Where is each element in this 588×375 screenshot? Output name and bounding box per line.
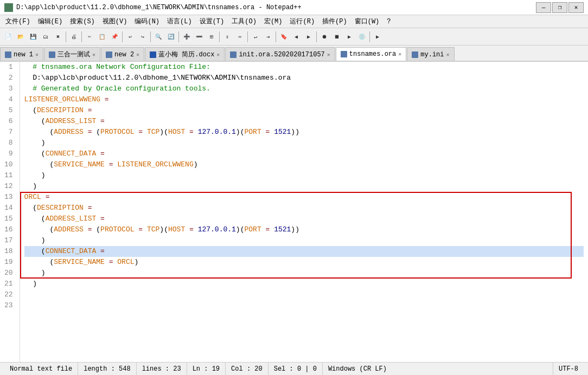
indent-button[interactable]: ⇥ <box>262 31 274 43</box>
menu-encoding[interactable]: 编码(N) <box>131 16 163 27</box>
menu-help[interactable]: ? <box>384 17 394 27</box>
status-lines-text: lines : 23 <box>142 365 181 373</box>
tab-myini[interactable]: my.ini ✕ <box>407 47 454 61</box>
code-area[interactable]: # tnsnames.ora Network Configuration Fil… <box>20 62 588 362</box>
bookmark-button[interactable]: 🔖 <box>278 31 290 43</box>
menu-file[interactable]: 文件(F) <box>2 16 34 27</box>
tab-tnsnames[interactable]: tnsnames.ora ✕ <box>336 47 406 61</box>
editor-container: 1234567891011121314151617181920212223 # … <box>0 62 588 362</box>
tab-icon-new1 <box>5 51 11 58</box>
code-line: (CONNECT_DATA = <box>24 148 584 159</box>
tab-close-init[interactable]: ✕ <box>327 51 330 58</box>
find-replace-button[interactable]: 🔄 <box>165 31 177 43</box>
window-controls: — ❐ ✕ <box>536 2 584 13</box>
find-button[interactable]: 🔍 <box>152 31 164 43</box>
close-button[interactable]: ✕ <box>568 2 584 13</box>
tab-triple[interactable]: 三合一测试 ✕ <box>44 47 100 61</box>
toolbar: 📄 📂 💾 🗂 ✖ 🖨 ✂ 📋 📌 ↩ ↪ 🔍 🔄 ➕ ➖ ⊞ ⇕ ⇔ ↵ ⇥ … <box>0 28 588 46</box>
tab-label-new1: new 1 <box>14 51 33 59</box>
tab-icon-init <box>230 51 237 58</box>
status-col-text: Col : 20 <box>231 365 263 373</box>
macro-stop-button[interactable]: ⏹ <box>331 31 343 43</box>
code-line: (ADDRESS_LIST = <box>24 214 584 224</box>
sync-scroll-v[interactable]: ⇕ <box>221 31 233 43</box>
open-button[interactable]: 📂 <box>15 31 27 43</box>
restore-button[interactable]: ❐ <box>552 2 567 13</box>
menu-plugins[interactable]: 插件(P) <box>319 16 350 27</box>
status-charset-text: UTF-8 <box>559 365 578 373</box>
tab-label-myini: my.ini <box>420 51 444 59</box>
macro-save-button[interactable]: 💿 <box>356 31 368 43</box>
menu-macro[interactable]: 宏(M) <box>261 16 286 27</box>
code-line: ) <box>24 138 584 148</box>
minimize-button[interactable]: — <box>536 2 551 13</box>
run-button[interactable]: ▶ <box>372 31 384 43</box>
save-all-button[interactable]: 🗂 <box>40 31 52 43</box>
tab-close-myini[interactable]: ✕ <box>446 51 450 58</box>
status-charset: UTF-8 <box>553 363 584 375</box>
tab-new2[interactable]: new 2 ✕ <box>101 47 144 61</box>
menu-settings[interactable]: 设置(T) <box>196 16 228 27</box>
zoom-reset-button[interactable]: ⊞ <box>206 31 218 43</box>
status-bar: Normal text file length : 548 lines : 23… <box>0 362 588 375</box>
tab-close-new2[interactable]: ✕ <box>136 51 139 58</box>
wrap-button[interactable]: ↵ <box>250 31 261 43</box>
code-line: (SERVICE_NAME = LISTENER_ORCLWWENG) <box>24 159 584 170</box>
copy-button[interactable]: 📋 <box>96 31 108 43</box>
zoom-in-button[interactable]: ➕ <box>181 31 193 43</box>
code-line: ORCL = <box>24 192 584 203</box>
toolbar-sep-5 <box>178 31 179 42</box>
redo-button[interactable]: ↪ <box>137 31 149 43</box>
macro-rec-button[interactable]: ⏺ <box>318 31 330 43</box>
next-bookmark[interactable]: ▶ <box>303 31 315 43</box>
print-button[interactable]: 🖨 <box>68 31 80 43</box>
close-button-tb[interactable]: ✖ <box>52 31 64 43</box>
menu-run[interactable]: 运行(R) <box>286 16 318 27</box>
menu-edit[interactable]: 编辑(E) <box>35 16 66 27</box>
toolbar-sep-1 <box>66 31 66 42</box>
status-encoding-text: Windows (CR LF) <box>328 365 387 373</box>
macro-play-button[interactable]: ▶ <box>343 31 355 43</box>
status-col: Col : 20 <box>226 363 269 375</box>
tab-close-tnsnames[interactable]: ✕ <box>398 51 401 57</box>
title-bar-left: D:\app\lcb\product\11.2.0\dbhome_1\NETWO… <box>4 3 302 12</box>
menu-window[interactable]: 窗口(W) <box>351 16 383 27</box>
tab-close-triple[interactable]: ✕ <box>92 51 95 58</box>
tab-new1[interactable]: new 1 ✕ <box>0 47 43 61</box>
tab-close-docx[interactable]: ✕ <box>216 51 220 58</box>
code-line: ) <box>24 235 584 246</box>
prev-bookmark[interactable]: ◀ <box>290 31 302 43</box>
toolbar-sep-9 <box>316 31 317 42</box>
paste-button[interactable]: 📌 <box>108 31 120 43</box>
save-button[interactable]: 💾 <box>27 31 39 43</box>
tab-label-tnsnames: tnsnames.ora <box>349 50 396 58</box>
status-filetype: Normal text file <box>4 363 78 375</box>
toolbar-sep-3 <box>122 31 123 42</box>
new-button[interactable]: 📄 <box>2 31 14 43</box>
toolbar-sep-10 <box>369 31 370 42</box>
zoom-out-button[interactable]: ➖ <box>193 31 205 43</box>
status-ln-text: Ln : 19 <box>193 365 220 373</box>
line-numbers: 1234567891011121314151617181920212223 <box>0 62 20 362</box>
menu-tools[interactable]: 工具(O) <box>228 16 260 27</box>
sync-scroll-h[interactable]: ⇔ <box>234 31 246 43</box>
code-line: (SERVICE_NAME = ORCL) <box>24 257 584 268</box>
tab-init[interactable]: init.ora.5202020171057 ✕ <box>225 47 335 61</box>
tab-icon-triple <box>49 51 55 58</box>
menu-search[interactable]: 搜索(S) <box>67 16 98 27</box>
menu-view[interactable]: 视图(V) <box>99 16 131 27</box>
menu-language[interactable]: 语言(L) <box>164 16 195 27</box>
title-bar: D:\app\lcb\product\11.2.0\dbhome_1\NETWO… <box>0 0 588 15</box>
code-line: (ADDRESS_LIST = <box>24 116 584 127</box>
code-line: ) <box>24 181 584 192</box>
window-title: D:\app\lcb\product\11.2.0\dbhome_1\NETWO… <box>16 4 302 11</box>
code-line: ) <box>24 279 584 289</box>
cut-button[interactable]: ✂ <box>84 31 95 43</box>
tab-close-new1[interactable]: ✕ <box>35 51 39 58</box>
undo-button[interactable]: ↩ <box>124 31 136 43</box>
code-line: ) <box>24 170 584 181</box>
tab-docx[interactable]: 蓝小梅 简历.docx ✕ <box>145 47 225 61</box>
toolbar-sep-8 <box>276 31 276 42</box>
tab-icon-myini <box>412 51 418 58</box>
tab-bar: new 1 ✕ 三合一测试 ✕ new 2 ✕ 蓝小梅 简历.docx ✕ in… <box>0 46 588 62</box>
